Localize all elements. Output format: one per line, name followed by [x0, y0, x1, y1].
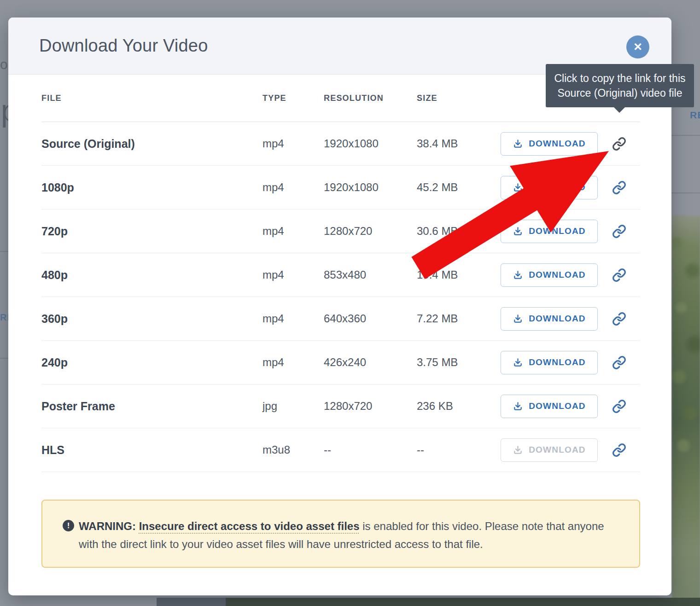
copy-link-button[interactable] — [610, 179, 628, 197]
download-button-label: DOWNLOAD — [529, 182, 586, 192]
table-row: 240p mp4 426x240 3.75 MB DOWNLOAD — [41, 341, 640, 385]
close-button[interactable]: ✕ — [626, 35, 649, 58]
modal-title: Download Your Video — [39, 35, 208, 56]
file-resolution: 1280x720 — [324, 225, 417, 238]
copy-link-button[interactable] — [610, 397, 628, 415]
file-type: mp4 — [262, 225, 324, 238]
table-row: 1080p mp4 1920x1080 45.2 MB DOWNLOAD — [41, 166, 640, 210]
download-button[interactable]: DOWNLOAD — [501, 220, 598, 243]
link-icon — [612, 137, 626, 151]
table-row: 720p mp4 1280x720 30.6 MB DOWNLOAD — [41, 210, 640, 253]
file-name: 720p — [41, 225, 262, 238]
download-icon — [513, 226, 523, 237]
file-size: 3.75 MB — [417, 356, 501, 369]
table-row: 360p mp4 640x360 7.22 MB DOWNLOAD — [41, 297, 640, 341]
link-icon — [612, 181, 626, 195]
file-type: mp4 — [262, 137, 324, 150]
download-icon — [513, 270, 523, 280]
file-resolution: 853x480 — [324, 268, 417, 281]
file-name: 480p — [41, 268, 262, 282]
table-row: Poster Frame jpg 1280x720 236 KB DOWNLOA… — [41, 385, 640, 428]
warning-text: WARNING: Insecure direct access to video… — [79, 517, 611, 553]
table-row: HLS m3u8 -- -- DOWNLOAD — [41, 428, 640, 472]
file-name: 1080p — [41, 181, 262, 194]
file-size: 7.22 MB — [417, 312, 501, 325]
file-type: jpg — [262, 400, 324, 413]
copy-link-button[interactable] — [610, 310, 628, 328]
background-player-bar — [157, 598, 700, 606]
download-icon — [513, 182, 523, 193]
download-icon — [513, 445, 523, 455]
download-button[interactable]: DOWNLOAD — [501, 351, 598, 374]
download-button[interactable]: DOWNLOAD — [501, 395, 598, 418]
link-icon — [612, 443, 626, 457]
download-button-label: DOWNLOAD — [529, 314, 586, 324]
file-resolution: 1920x1080 — [324, 137, 417, 150]
file-name: Poster Frame — [41, 400, 262, 413]
background-link-fragment: RE — [690, 110, 700, 121]
file-size: -- — [417, 443, 501, 456]
table-row: 480p mp4 853x480 10.4 MB DOWNLOAD — [41, 253, 640, 297]
column-header-size: SIZE — [417, 93, 501, 103]
download-icon — [513, 139, 523, 149]
background-video-thumbnail — [672, 216, 700, 606]
download-button-label: DOWNLOAD — [529, 139, 586, 149]
copy-link-button[interactable] — [610, 266, 628, 284]
column-header-resolution: RESOLUTION — [324, 93, 417, 103]
download-button[interactable]: DOWNLOAD — [501, 307, 598, 331]
file-type: mp4 — [262, 181, 324, 194]
link-icon — [612, 268, 626, 282]
background-divider — [0, 358, 8, 359]
download-button-label: DOWNLOAD — [529, 357, 586, 367]
download-button[interactable]: DOWNLOAD — [501, 132, 598, 156]
file-resolution: 1280x720 — [324, 400, 417, 413]
file-name: HLS — [41, 443, 262, 457]
file-size: 236 KB — [417, 400, 501, 413]
download-button-label: DOWNLOAD — [529, 270, 586, 280]
file-resolution: 1920x1080 — [324, 181, 417, 194]
file-size: 38.4 MB — [417, 137, 501, 150]
file-size: 45.2 MB — [417, 181, 501, 194]
copy-link-button[interactable] — [610, 135, 628, 153]
file-type: mp4 — [262, 312, 324, 325]
file-resolution: 640x360 — [324, 312, 417, 325]
download-button-label: DOWNLOAD — [529, 445, 586, 455]
download-table: FILE TYPE RESOLUTION SIZE Source (Origin… — [41, 93, 640, 472]
download-button[interactable]: DOWNLOAD — [501, 438, 598, 462]
file-name: 360p — [41, 312, 262, 326]
warning-banner: ! WARNING: Insecure direct access to vid… — [41, 500, 640, 568]
download-icon — [513, 401, 523, 412]
link-icon — [612, 355, 626, 370]
file-resolution: -- — [324, 443, 417, 456]
copy-link-button[interactable] — [610, 441, 628, 459]
download-button-label: DOWNLOAD — [529, 226, 586, 236]
warning-label: WARNING: — [79, 520, 136, 532]
column-header-type: TYPE — [262, 93, 324, 103]
file-name: Source (Original) — [41, 137, 262, 151]
column-header-file: FILE — [41, 93, 262, 103]
link-icon — [612, 224, 626, 239]
background-divider — [671, 135, 700, 136]
warning-icon: ! — [63, 520, 74, 531]
file-type: mp4 — [262, 268, 324, 281]
download-button[interactable]: DOWNLOAD — [501, 176, 598, 199]
download-button-label: DOWNLOAD — [529, 401, 586, 411]
file-name: 240p — [41, 356, 262, 369]
file-size: 30.6 MB — [417, 225, 501, 238]
link-icon — [612, 312, 626, 326]
file-type: m3u8 — [262, 443, 324, 456]
file-type: mp4 — [262, 356, 324, 369]
copy-link-tooltip: Click to copy the link for this Source (… — [546, 64, 694, 107]
file-size: 10.4 MB — [417, 268, 501, 281]
warning-emphasis: Insecure direct access to video asset fi… — [139, 520, 360, 532]
download-icon — [513, 314, 523, 324]
table-row: Source (Original) mp4 1920x1080 38.4 MB … — [41, 122, 640, 166]
file-resolution: 426x240 — [324, 356, 417, 369]
copy-link-button[interactable] — [610, 354, 628, 372]
link-icon — [612, 399, 626, 414]
background-divider — [671, 192, 700, 193]
table-body: Source (Original) mp4 1920x1080 38.4 MB … — [41, 122, 640, 472]
background-divider — [0, 251, 8, 252]
copy-link-button[interactable] — [610, 222, 628, 240]
download-button[interactable]: DOWNLOAD — [501, 263, 598, 287]
